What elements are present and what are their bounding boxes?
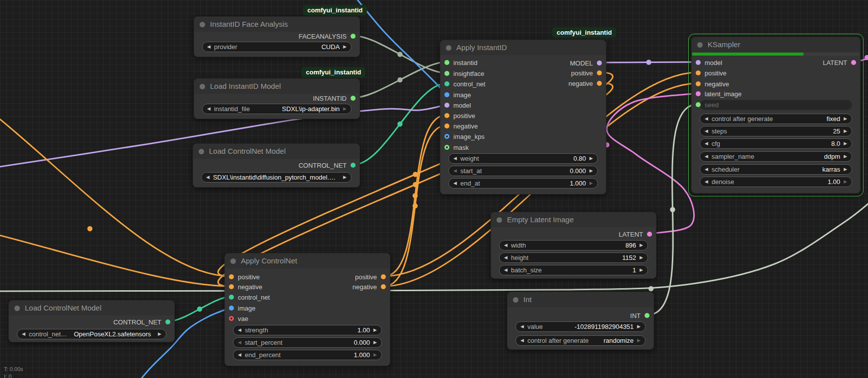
input-slot-mask[interactable]: mask xyxy=(444,143,469,152)
decrement-arrow-icon[interactable]: ◀ xyxy=(238,340,241,345)
widget-instantid-file[interactable]: ◀instantid_fileSDXL\ip-adapter.bin▶ xyxy=(202,104,352,114)
input-dot[interactable] xyxy=(444,60,449,65)
increment-arrow-icon[interactable]: ▶ xyxy=(343,44,347,49)
input-dot[interactable] xyxy=(444,71,449,76)
decrement-arrow-icon[interactable]: ◀ xyxy=(238,327,241,332)
input-dot[interactable] xyxy=(444,103,449,108)
output-slot-negative[interactable]: negative xyxy=(353,282,386,291)
collapse-dot-icon[interactable] xyxy=(513,297,518,303)
widget-sdxl-instantid-diffusion-pytorch-model-[interactable]: ◀SDXL\instantid\diffusion_pytorch_model.… xyxy=(201,172,352,183)
decrement-arrow-icon[interactable]: ◀ xyxy=(453,156,457,161)
decrement-arrow-icon[interactable]: ◀ xyxy=(504,243,507,248)
widget-denoise[interactable]: ◀denoise1.00▶ xyxy=(700,177,852,187)
node-titlebar[interactable]: Empty Latent Image xyxy=(491,212,656,227)
widget-provider[interactable]: ◀providerCUDA▶ xyxy=(202,42,352,52)
output-dot[interactable] xyxy=(351,163,356,168)
output-dot[interactable] xyxy=(597,81,602,86)
widget-value[interactable]: ◀value-1028911982904351▶ xyxy=(515,321,646,332)
increment-arrow-icon[interactable]: ▶ xyxy=(844,167,847,172)
input-slot-vae[interactable]: vae xyxy=(229,314,248,323)
widget-start-percent[interactable]: ◀start_percent0.000▶ xyxy=(233,337,382,348)
input-dot[interactable] xyxy=(229,295,234,300)
node-titlebar[interactable]: Int xyxy=(507,292,653,307)
output-slot-positive[interactable]: positive xyxy=(355,272,386,281)
increment-arrow-icon[interactable]: ▶ xyxy=(158,331,161,336)
widget-steps[interactable]: ◀steps25▶ xyxy=(700,126,852,136)
decrement-arrow-icon[interactable]: ◀ xyxy=(207,44,211,49)
output-dot[interactable] xyxy=(165,319,170,324)
input-dot[interactable] xyxy=(696,70,701,75)
decrement-arrow-icon[interactable]: ◀ xyxy=(520,324,524,329)
widget-scheduler[interactable]: ◀schedulerkarras▶ xyxy=(700,164,852,175)
graph-canvas[interactable]: T: 0.00s I: 0 InstantID Face AnalysisFAC… xyxy=(0,0,868,378)
input-slot-negative[interactable]: negative xyxy=(696,79,729,88)
input-slot-seed[interactable] xyxy=(696,100,701,109)
increment-arrow-icon[interactable]: ▶ xyxy=(373,340,377,345)
node-load-instantid-model[interactable]: Load InstantID ModelINSTANTID◀instantid_… xyxy=(194,78,360,119)
widget-seed[interactable]: seed xyxy=(700,100,852,110)
collapse-dot-icon[interactable] xyxy=(697,42,703,48)
increment-arrow-icon[interactable]: ▶ xyxy=(589,168,593,173)
widget-end-at[interactable]: ◀end_at1.000▶ xyxy=(448,178,598,189)
input-dot[interactable] xyxy=(444,134,449,139)
node-titlebar[interactable]: Apply InstantID xyxy=(440,40,606,55)
increment-arrow-icon[interactable]: ▶ xyxy=(640,255,643,260)
widget-strength[interactable]: ◀strength1.00▶ xyxy=(233,325,382,335)
output-dot[interactable] xyxy=(647,232,652,237)
collapse-dot-icon[interactable] xyxy=(14,306,20,311)
input-dot[interactable] xyxy=(444,124,449,128)
output-slot-negative[interactable]: negative xyxy=(569,79,602,88)
input-dot[interactable] xyxy=(444,81,449,86)
input-dot[interactable] xyxy=(229,316,234,321)
widget-value[interactable]: 1 xyxy=(633,266,636,274)
node-titlebar[interactable]: InstantID Face Analysis xyxy=(194,17,360,32)
increment-arrow-icon[interactable]: ▶ xyxy=(844,116,847,121)
decrement-arrow-icon[interactable]: ◀ xyxy=(705,179,708,184)
increment-arrow-icon[interactable]: ▶ xyxy=(343,175,347,180)
input-slot-insightface[interactable]: insightface xyxy=(444,69,484,78)
input-slot-image[interactable]: image xyxy=(444,90,471,99)
node-instantid-face-analysis[interactable]: InstantID Face AnalysisFACEANALYSIS◀prov… xyxy=(194,16,360,57)
widget-value[interactable]: karras xyxy=(822,166,840,173)
node-load-controlnet-model-instantid[interactable]: Load ControlNet ModelCONTROL_NET◀SDXL\in… xyxy=(193,143,360,188)
widget-value[interactable]: -1028911982904351 xyxy=(575,323,634,330)
widget-value[interactable]: 1.00 xyxy=(358,326,370,334)
widget-control-after-generate[interactable]: ◀control after generatefixed▶ xyxy=(700,114,852,124)
increment-arrow-icon[interactable]: ▶ xyxy=(637,338,641,343)
output-dot[interactable] xyxy=(645,313,650,318)
decrement-arrow-icon[interactable]: ◀ xyxy=(705,141,708,146)
widget-value[interactable]: 8.0 xyxy=(831,140,840,147)
input-slot-positive[interactable]: positive xyxy=(696,68,726,77)
input-slot-image_kps[interactable]: image_kps xyxy=(444,132,485,141)
output-slot-control_net[interactable]: CONTROL_NET xyxy=(298,161,356,170)
increment-arrow-icon[interactable]: ▶ xyxy=(844,154,847,159)
widget-value[interactable]: 0.000 xyxy=(570,167,586,175)
input-dot[interactable] xyxy=(444,113,449,118)
node-load-controlnet-model-openpose[interactable]: Load ControlNet ModelCONTROL_NET◀control… xyxy=(8,300,175,342)
widget-value[interactable]: OpenPoseXL2.safetensors xyxy=(74,330,151,338)
input-dot[interactable] xyxy=(696,60,701,65)
decrement-arrow-icon[interactable]: ◀ xyxy=(453,168,457,173)
increment-arrow-icon[interactable]: ▶ xyxy=(589,156,593,161)
widget-value[interactable]: 25 xyxy=(833,127,840,135)
widget-start-at[interactable]: ◀start_at0.000▶ xyxy=(448,166,598,176)
output-slot-positive[interactable]: positive xyxy=(571,68,602,77)
node-titlebar[interactable]: Load ControlNet Model xyxy=(9,301,174,315)
node-apply-instantid[interactable]: Apply InstantIDMODELpositivenegativeinst… xyxy=(440,40,606,194)
input-slot-instantid[interactable]: instantid xyxy=(444,58,477,67)
widget-value[interactable]: 1.00 xyxy=(828,178,840,186)
increment-arrow-icon[interactable]: ▶ xyxy=(844,179,847,184)
widget-value[interactable]: 0.80 xyxy=(574,155,586,162)
input-slot-model[interactable]: model xyxy=(444,101,471,110)
widget-height[interactable]: ◀height1152▶ xyxy=(499,252,648,263)
increment-arrow-icon[interactable]: ▶ xyxy=(343,106,347,111)
collapse-dot-icon[interactable] xyxy=(230,258,236,264)
input-dot[interactable] xyxy=(444,145,449,150)
input-dot[interactable] xyxy=(696,102,701,107)
input-dot[interactable] xyxy=(696,91,701,96)
input-slot-image[interactable]: image xyxy=(229,304,255,313)
widget-value[interactable]: 896 xyxy=(625,242,636,249)
collapse-dot-icon[interactable] xyxy=(497,217,502,223)
widget-weight[interactable]: ◀weight0.80▶ xyxy=(448,153,598,164)
increment-arrow-icon[interactable]: ▶ xyxy=(589,181,593,186)
